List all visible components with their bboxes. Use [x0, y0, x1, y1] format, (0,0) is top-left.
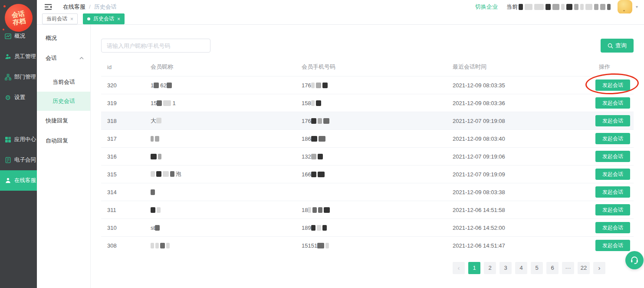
- chevron-down-icon[interactable]: ▾: [636, 4, 638, 9]
- search-input[interactable]: [101, 39, 210, 53]
- redacted-block: [325, 243, 329, 248]
- close-icon[interactable]: ×: [70, 16, 73, 22]
- pagination-next-button[interactable]: ›: [593, 262, 605, 274]
- company-name-redacted: [519, 4, 612, 10]
- sidebar-item-e-contract[interactable]: 电子合同: [0, 150, 37, 170]
- cell-nickname: 162: [145, 76, 296, 94]
- redacted-block: [151, 171, 155, 177]
- redacted-block: [170, 171, 174, 177]
- pagination-page-2[interactable]: 2: [484, 262, 496, 274]
- start-session-button[interactable]: 发起会话: [595, 169, 630, 180]
- pagination-ellipsis[interactable]: ···: [562, 262, 574, 274]
- tab-current-session[interactable]: 当前会话×: [42, 13, 78, 24]
- start-session-button[interactable]: 发起会话: [595, 79, 630, 91]
- redacted-block: [561, 4, 565, 10]
- redacted-block: [322, 83, 328, 88]
- sidebar-item-staff[interactable]: 员工管理: [0, 46, 37, 67]
- cell-id: 320: [101, 76, 145, 94]
- cell-phone: [296, 183, 447, 201]
- pagination-page-3[interactable]: 3: [499, 262, 512, 274]
- redacted-block: [552, 4, 559, 10]
- submenu-item-auto-reply[interactable]: 自动回复: [37, 131, 90, 151]
- redacted-block: [311, 100, 315, 106]
- cell-nickname: [145, 183, 296, 201]
- redacted-block: [318, 118, 322, 124]
- start-session-button[interactable]: 发起会话: [595, 133, 630, 144]
- redacted-block: [607, 4, 611, 10]
- cell-phone: 186: [296, 130, 447, 148]
- customer-service-button[interactable]: [625, 251, 644, 269]
- tab-history-session[interactable]: 历史会话×: [83, 13, 125, 24]
- cell-phone: 15151: [296, 237, 447, 255]
- pagination: ‹123456···22›: [101, 262, 634, 274]
- pagination-page-22[interactable]: 22: [578, 262, 590, 274]
- redacted-block: [311, 118, 316, 124]
- redacted-block: [319, 136, 325, 142]
- redacted-block: [151, 207, 155, 213]
- submenu-item-session[interactable]: 会话: [37, 48, 90, 68]
- pagination-page-1[interactable]: 1: [468, 262, 480, 274]
- cell-id: 315: [101, 166, 145, 183]
- sidebar-item-settings[interactable]: ⚙设置: [0, 87, 37, 108]
- cell-nickname: [145, 201, 296, 219]
- redacted-block: [155, 225, 160, 231]
- submenu-item-label: 自动回复: [46, 137, 68, 145]
- start-session-button[interactable]: 发起会话: [595, 151, 630, 162]
- sidebar-item-overview[interactable]: 概况: [0, 26, 37, 46]
- pagination-page-5[interactable]: 5: [531, 262, 543, 274]
- collapse-menu-icon[interactable]: [44, 3, 52, 10]
- table-row: 310st1892021-12-06 14:52:00发起会话: [101, 219, 634, 237]
- current-company-label: 当前: [506, 3, 518, 11]
- visible-text-fragment: 大: [151, 117, 156, 124]
- pagination-page-6[interactable]: 6: [546, 262, 559, 274]
- cell-phone: 176: [296, 112, 447, 130]
- cell-id: 317: [101, 130, 145, 148]
- start-session-button[interactable]: 发起会话: [595, 222, 630, 233]
- pagination-page-4[interactable]: 4: [515, 262, 527, 274]
- start-session-button[interactable]: 发起会话: [595, 240, 630, 251]
- start-session-button[interactable]: 发起会话: [595, 204, 630, 215]
- sidebar-item-app-center[interactable]: 应用中心: [0, 129, 37, 150]
- redacted-block: [160, 243, 165, 248]
- active-tab-dot: [87, 17, 90, 20]
- redacted-block: [158, 154, 161, 159]
- apps-icon: [4, 136, 12, 143]
- table-row: 3161322021-12-07 09:19:06发起会话: [101, 148, 634, 166]
- redacted-block: [317, 243, 324, 248]
- chevron-up-icon[interactable]: [79, 57, 84, 60]
- redacted-block: [155, 243, 159, 248]
- sidebar-item-online-service[interactable]: 在线客服: [0, 170, 37, 191]
- start-session-button[interactable]: 发起会话: [595, 115, 630, 126]
- redacted-block: [163, 171, 169, 177]
- cell-phone: 132: [296, 148, 447, 166]
- submenu-item-history-session[interactable]: 历史会话: [37, 92, 90, 111]
- user-avatar[interactable]: [618, 0, 632, 14]
- visible-text-fragment: 62: [160, 82, 166, 89]
- close-icon[interactable]: ×: [117, 16, 120, 22]
- table-row: 3171862021-12-09 08:03:40发起会话: [101, 130, 634, 148]
- cell-session-time: 2021-12-06 14:52:00: [447, 219, 582, 237]
- main-content: 查询 id会员昵称会员手机号码最近会话时间操作 3201621762021-12…: [91, 25, 644, 288]
- redacted-block: [316, 100, 321, 106]
- redacted-block: [311, 154, 316, 159]
- submenu-item-quick-reply[interactable]: 快捷回复: [37, 111, 90, 131]
- cell-phone: 176: [296, 76, 447, 94]
- visible-text-fragment: 176: [302, 118, 311, 124]
- redacted-block: [311, 136, 317, 142]
- start-session-button[interactable]: 发起会话: [595, 186, 630, 198]
- table-row: 3142021-12-09 08:03:38发起会话: [101, 183, 634, 201]
- start-session-button[interactable]: 发起会话: [595, 97, 630, 109]
- pagination-prev-button[interactable]: ‹: [453, 262, 465, 274]
- query-button[interactable]: 查询: [601, 39, 634, 53]
- submenu-item-label: 快捷回复: [46, 117, 68, 125]
- topbar-right: 切换企业 当前 ▾: [475, 0, 638, 14]
- submenu-item-current-session[interactable]: 当前会话: [37, 73, 90, 92]
- switch-company-link[interactable]: 切换企业: [475, 3, 498, 11]
- redacted-block: [311, 83, 315, 88]
- visible-text-fragment: 186: [302, 136, 311, 142]
- primary-nav: 概况员工管理部门管理⚙设置应用中心电子合同在线客服: [0, 26, 37, 191]
- breadcrumb-section[interactable]: 在线客服: [63, 3, 85, 11]
- sidebar-item-department[interactable]: 部门管理: [0, 67, 37, 87]
- submenu-item-overview[interactable]: 概况: [37, 28, 90, 48]
- redacted-block: [600, 4, 605, 10]
